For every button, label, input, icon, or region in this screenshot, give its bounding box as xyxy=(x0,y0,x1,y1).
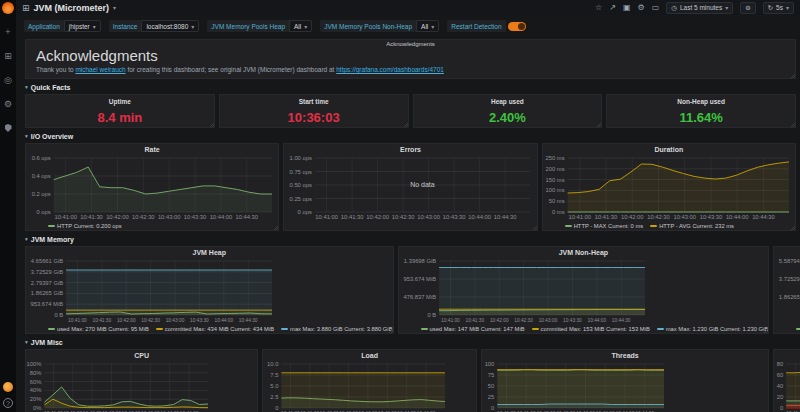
row-title: JVM Misc xyxy=(31,339,63,346)
dashboard-grid-icon: ⊞ xyxy=(22,3,30,13)
chevron-down-icon: ▾ xyxy=(25,84,28,90)
grafana-logo[interactable] xyxy=(2,2,14,14)
legend-text: max Max: 1.230 GiB Current: 1.230 GiB xyxy=(666,326,768,332)
create-plus-icon[interactable]: + xyxy=(0,24,16,40)
svg-text:25: 25 xyxy=(488,394,494,400)
server-admin-shield-icon[interactable] xyxy=(0,120,16,136)
svg-text:10:41:00: 10:41:00 xyxy=(568,214,591,220)
legend-item[interactable]: HTTP - MAX Current: 0 ms xyxy=(565,223,643,229)
panel-title[interactable]: Load xyxy=(263,350,476,361)
variable-value-dropdown[interactable]: All ▾ xyxy=(416,20,439,32)
panel-title[interactable]: CPU xyxy=(26,350,257,361)
svg-text:10:42:30: 10:42:30 xyxy=(392,214,415,220)
toggle-knob xyxy=(518,23,525,30)
chart-jvm-non-heap[interactable]: 0 B476.837 MiB953.674 MiB1.39698 GiB10:4… xyxy=(399,258,769,324)
svg-text:10:43:00: 10:43:00 xyxy=(673,214,696,220)
svg-text:150 ms: 150 ms xyxy=(545,177,564,183)
chart-jvm-total[interactable]: 0 B1.86265 GiB3.72529 GiB5.58794 GiB10:4… xyxy=(774,258,800,324)
legend-item[interactable]: used Max: 405 MiB Current: 240 MiB xyxy=(796,326,800,332)
variable-value-dropdown[interactable]: jhipster ▾ xyxy=(64,20,101,32)
zoom-out-icon: ⊖ xyxy=(745,4,750,12)
chart-errors[interactable]: 0 ops0.25 ops0.50 ops0.75 ops1.00 ops10:… xyxy=(284,155,536,221)
legend-text: committed Max: 434 MiB Current: 434 MiB xyxy=(165,326,274,332)
row-io-overview[interactable]: ▾ I/O Overview xyxy=(25,131,796,141)
row-quick-facts[interactable]: ▾ Quick Facts xyxy=(25,82,796,92)
panel-title[interactable]: Duration xyxy=(543,144,795,155)
svg-text:10:41:00: 10:41:00 xyxy=(54,214,77,220)
panel-title[interactable]: JVM Heap xyxy=(26,247,393,258)
legend-series-color xyxy=(650,225,657,227)
row-jvm-misc[interactable]: ▾ JVM Misc xyxy=(25,337,796,347)
panel-acknowledgments: Acknowledgments Acknowledgments Thank yo… xyxy=(25,39,796,79)
panel-title[interactable]: Uptime xyxy=(26,98,214,105)
legend-item[interactable]: max Max: 3.880 GiB Current: 3.880 GiB xyxy=(281,326,392,332)
configuration-gear-icon[interactable]: ⚙ xyxy=(0,96,16,112)
restart-detection-toggle[interactable] xyxy=(508,22,526,31)
svg-text:10:44:30: 10:44:30 xyxy=(494,214,517,220)
legend-item[interactable]: committed Max: 153 MiB Current: 153 MiB xyxy=(532,326,650,332)
panel-title[interactable]: JVM Total xyxy=(774,247,800,258)
svg-text:10:43:30: 10:43:30 xyxy=(563,318,582,323)
chart-cpu[interactable]: 0%20%40%60%80%100%10:41:0010:41:3010:42:… xyxy=(26,361,257,412)
chart-threads[interactable]: 025507510010:41:0010:41:3010:42:0010:42:… xyxy=(482,361,768,412)
variable-value: localhost:8080 xyxy=(146,23,188,30)
panel-title[interactable]: JVM Non-Heap xyxy=(399,247,769,258)
svg-text:50: 50 xyxy=(488,383,494,389)
chart-load[interactable]: 02.55.07.510.010:41:0010:41:3010:42:0010… xyxy=(263,361,476,412)
panel-heap-used: Heap used 2.40% xyxy=(413,94,603,128)
star-icon[interactable]: ☆ xyxy=(595,4,602,12)
panel-title[interactable]: Errors xyxy=(284,144,536,155)
panel-title[interactable]: Heap used xyxy=(414,98,602,105)
row-jvm-memory[interactable]: ▾ JVM Memory xyxy=(25,234,796,244)
svg-text:0 ms: 0 ms xyxy=(552,209,565,215)
svg-text:10:44:30: 10:44:30 xyxy=(239,318,258,323)
settings-gear-icon[interactable]: ⚙ xyxy=(638,4,645,12)
legend-item[interactable]: HTTP Current: 0.200 ops xyxy=(48,223,122,229)
chart-rate[interactable]: 0 ops0.2 ops0.4 ops0.6 ops10:41:0010:41:… xyxy=(26,155,278,221)
share-icon[interactable]: ↗ xyxy=(609,4,616,12)
svg-text:0.2 ops: 0.2 ops xyxy=(32,191,51,197)
cycle-view-icon[interactable]: ▭ xyxy=(652,4,660,12)
svg-text:0: 0 xyxy=(275,405,278,411)
chart-duration[interactable]: 0 ms50 ms100 ms150 ms200 ms250 ms10:41:0… xyxy=(543,155,795,221)
panel-title[interactable]: Non-Heap used xyxy=(607,98,795,105)
explore-icon[interactable]: ◎ xyxy=(0,72,16,88)
dashboard-source-link[interactable]: https://grafana.com/dashboards/4701 xyxy=(336,66,444,73)
legend-item[interactable]: used Max: 147 MiB Current: 147 MiB xyxy=(421,326,525,332)
variable-value-dropdown[interactable]: localhost:8080 ▾ xyxy=(141,20,199,32)
chart-jvm-heap[interactable]: 0 B953.674 MiB1.86265 GiB2.79397 GiB3.72… xyxy=(26,258,393,324)
legend-series-color xyxy=(421,328,428,330)
legend-item[interactable]: HTTP - AVG Current: 232 ms xyxy=(650,223,734,229)
chart-legend: used Max: 270 MiB Current: 95 MiBcommitt… xyxy=(26,324,393,333)
chart-thread-states[interactable]: 02040608010:41:0010:41:3010:42:0010:42:3… xyxy=(774,361,800,412)
legend-item[interactable]: max Max: 1.230 GiB Current: 1.230 GiB xyxy=(657,326,768,332)
help-icon[interactable]: ? xyxy=(3,398,13,408)
variable-value-dropdown[interactable]: All ▾ xyxy=(289,20,312,32)
time-range-picker[interactable]: ◷ Last 5 minutes ▾ xyxy=(666,2,733,14)
variable-label: Application xyxy=(24,20,64,32)
svg-text:953.674 MiB: 953.674 MiB xyxy=(403,276,436,282)
panel-title[interactable]: Rate xyxy=(26,144,278,155)
legend-item[interactable]: committed Max: 434 MiB Current: 434 MiB xyxy=(156,326,274,332)
legend-item[interactable]: used Max: 270 MiB Current: 95 MiB xyxy=(48,326,149,332)
refresh-picker[interactable]: ↻ 5s ▾ xyxy=(763,2,794,14)
svg-text:10:44:00: 10:44:00 xyxy=(210,214,233,220)
legend-text: HTTP - MAX Current: 0 ms xyxy=(574,223,643,229)
svg-text:100 ms: 100 ms xyxy=(545,187,564,193)
legend-text: HTTP Current: 0.200 ops xyxy=(57,223,122,229)
chevron-down-icon[interactable]: ▾ xyxy=(113,4,116,11)
panel-title[interactable]: Threads xyxy=(482,350,768,361)
save-icon[interactable]: ▣ xyxy=(623,4,631,12)
svg-text:10:43:00: 10:43:00 xyxy=(538,318,557,323)
chart-legend: used Max: 147 MiB Current: 147 MiBcommit… xyxy=(399,324,769,333)
zoom-out-button[interactable]: ⊖ xyxy=(740,2,755,14)
panel-title[interactable]: Start time xyxy=(220,98,408,105)
stat-value: 11.64% xyxy=(607,110,795,125)
user-avatar[interactable] xyxy=(3,382,13,392)
dashboards-icon[interactable]: ⊞ xyxy=(0,48,16,64)
author-link[interactable]: michael weirauch xyxy=(75,66,125,73)
panel-jvm-non-heap: JVM Non-Heap 0 B476.837 MiB953.674 MiB1.… xyxy=(398,246,770,334)
panel-title[interactable]: Acknowledgments xyxy=(26,41,795,47)
panel-title[interactable]: Thread States xyxy=(774,350,800,361)
dashboard-title[interactable]: JVM (Micrometer) xyxy=(34,3,110,13)
